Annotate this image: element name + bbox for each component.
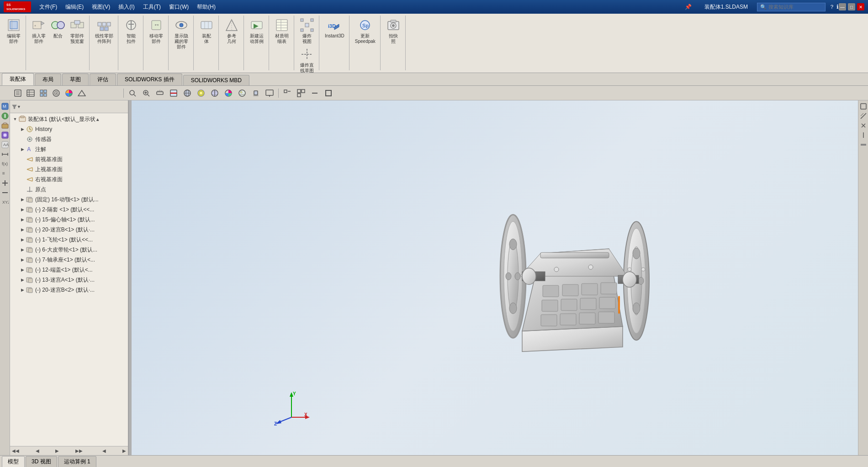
vt-min-btn[interactable] bbox=[309, 87, 321, 99]
tree-part9-expand[interactable]: ▶ bbox=[19, 277, 26, 283]
vt-scene-btn[interactable] bbox=[236, 87, 248, 99]
toolbar-btn-bom[interactable]: 材质明细表 bbox=[273, 16, 291, 46]
tab-sw-mbd[interactable]: SOLIDWORKS MBD bbox=[183, 75, 249, 85]
vt-appearance-btn[interactable] bbox=[222, 87, 234, 99]
tree-filter-btn[interactable]: ▼ bbox=[12, 102, 21, 111]
vt-orient-btn[interactable] bbox=[154, 87, 166, 99]
tree-view-btn-more[interactable] bbox=[76, 87, 88, 99]
tab-model[interactable]: 模型 bbox=[2, 456, 25, 467]
sidebar-icon-custom[interactable]: AA bbox=[1, 141, 9, 149]
tree-item-origin[interactable]: ▶ 原点 bbox=[10, 184, 128, 194]
tree-part5-expand[interactable]: ▶ bbox=[19, 236, 26, 243]
tree-part1-expand[interactable]: ▶ bbox=[19, 196, 26, 203]
tab-assembly[interactable]: 装配体 bbox=[2, 73, 34, 85]
feature-tree-content[interactable]: ▼ 装配体1 (默认<默认_显示状 ▲ ▶ History ▶ bbox=[10, 113, 128, 446]
tree-item-part6[interactable]: ▶ (-) 6-大皮带轮<1> (默认... bbox=[10, 245, 128, 255]
toolbar-btn-smart-fastener[interactable]: 智能扣件 bbox=[122, 16, 140, 46]
vt-section-btn[interactable] bbox=[168, 87, 180, 99]
tree-item-part9[interactable]: ▶ (-) 13-迷宫A<1> (默认·... bbox=[10, 275, 128, 285]
menu-window[interactable]: 窗口(W) bbox=[165, 2, 192, 12]
close-button[interactable]: ✕ bbox=[857, 3, 864, 10]
sidebar-icon-minus[interactable] bbox=[1, 189, 9, 197]
menu-insert[interactable]: 插入(I) bbox=[115, 2, 138, 12]
maximize-button[interactable]: □ bbox=[848, 3, 855, 10]
tree-nav-scroll-h2[interactable]: ▶ bbox=[122, 448, 126, 453]
tree-history-expand[interactable]: ▶ bbox=[19, 126, 26, 132]
vt-expand-btn[interactable] bbox=[281, 87, 293, 99]
toolbar-btn-snapshot[interactable]: 拍快照 bbox=[384, 16, 402, 46]
tree-part2-expand[interactable]: ▶ bbox=[19, 206, 26, 213]
sidebar-icon-manager[interactable]: M bbox=[1, 102, 9, 110]
sidebar-icon-properties[interactable] bbox=[1, 112, 9, 120]
vt-max-btn[interactable] bbox=[323, 87, 334, 99]
tab-evaluate[interactable]: 评估 bbox=[90, 73, 116, 85]
tab-motion-study[interactable]: 运动算例 1 bbox=[58, 456, 96, 467]
search-box[interactable]: 🔍 bbox=[757, 3, 826, 11]
tree-item-top-plane[interactable]: ▶ 上视基准面 bbox=[10, 164, 128, 174]
tree-root-item[interactable]: ▼ 装配体1 (默认<默认_显示状 ▲ bbox=[10, 114, 128, 124]
minimize-button[interactable]: — bbox=[839, 3, 846, 10]
tree-root-expand[interactable]: ▼ bbox=[12, 116, 18, 122]
tree-view-btn-color[interactable] bbox=[63, 87, 75, 99]
menu-view[interactable]: 视图(V) bbox=[88, 2, 114, 12]
viewport-3d[interactable]: Y Z X bbox=[132, 100, 858, 455]
tree-item-part4[interactable]: ▶ (-) 20-迷宫B<1> (默认·... bbox=[10, 225, 128, 235]
tree-item-annotation[interactable]: ▶ A 注解 bbox=[10, 144, 128, 154]
menu-file[interactable]: 文件(F) bbox=[36, 2, 61, 12]
tree-item-part2[interactable]: ▶ (-) 2-隔套 <1> (默认<<... bbox=[10, 205, 128, 215]
tree-nav-prev[interactable]: ◀ bbox=[36, 448, 39, 453]
tree-nav-next[interactable]: ▶ bbox=[55, 448, 59, 453]
right-tool-5[interactable] bbox=[859, 141, 868, 149]
sidebar-icon-commands[interactable]: ≡ bbox=[1, 169, 9, 178]
tree-part3-expand[interactable]: ▶ bbox=[19, 216, 26, 223]
tree-view-btn-target[interactable] bbox=[50, 87, 62, 99]
vt-lights-btn[interactable] bbox=[195, 87, 207, 99]
tree-item-part10[interactable]: ▶ (-) 20-迷宫B<2> (默认·... bbox=[10, 285, 128, 295]
right-tool-3[interactable] bbox=[859, 121, 868, 130]
vt-shadow-btn[interactable] bbox=[250, 87, 262, 99]
sidebar-icon-analysis[interactable]: XYZ bbox=[1, 198, 9, 206]
toolbar-btn-instant3d[interactable]: i3D Instant3D bbox=[323, 16, 346, 40]
help-icon[interactable]: ？ bbox=[829, 3, 835, 11]
tree-item-part5[interactable]: ▶ (-) 1-飞轮<1> (默认<<... bbox=[10, 235, 128, 245]
toolbar-btn-subassembly[interactable]: 零部件预览窗 bbox=[68, 16, 86, 46]
tree-item-part7[interactable]: ▶ (-) 7-轴承座<1> (默认<... bbox=[10, 255, 128, 265]
tree-nav-last[interactable]: ▶▶ bbox=[75, 448, 83, 453]
tab-sw-addins[interactable]: SOLIDWORKS 插件 bbox=[117, 73, 182, 85]
tree-nav-scroll-h[interactable]: ◀ bbox=[102, 448, 106, 453]
tree-nav-first[interactable]: ◀◀ bbox=[12, 448, 19, 453]
vt-display-btn[interactable] bbox=[181, 87, 193, 99]
vt-tile-btn[interactable] bbox=[295, 87, 307, 99]
tree-part4-expand[interactable]: ▶ bbox=[19, 226, 26, 233]
menu-help[interactable]: 帮助(H) bbox=[193, 2, 219, 12]
toolbar-btn-move[interactable]: ↔ 移动零部件 bbox=[147, 16, 165, 46]
sidebar-icon-appearance[interactable] bbox=[1, 131, 9, 139]
sidebar-icon-toolbox[interactable] bbox=[1, 121, 9, 130]
toolbar-btn-motion[interactable]: ▶ 新建运动算例 bbox=[248, 16, 266, 46]
right-tool-4[interactable] bbox=[859, 131, 868, 139]
toolbar-btn-show-hide[interactable]: 显示隐藏的零部件 bbox=[172, 16, 191, 51]
vt-monitor-btn[interactable] bbox=[264, 87, 275, 99]
vt-search-btn[interactable] bbox=[127, 87, 138, 99]
toolbar-btn-explode-line[interactable]: 爆炸直线草图 bbox=[298, 46, 316, 73]
toolbar-btn-insert-part[interactable]: + 插入零部件 bbox=[30, 16, 48, 46]
toolbar-btn-speedpak[interactable]: Sp 更新Speedpak bbox=[353, 16, 377, 46]
tree-item-front-plane[interactable]: ▶ 前视基准面 bbox=[10, 154, 128, 164]
right-tool-2[interactable] bbox=[859, 112, 868, 120]
vt-section2-btn[interactable] bbox=[209, 87, 221, 99]
search-input[interactable] bbox=[768, 4, 814, 10]
right-tool-1[interactable] bbox=[859, 102, 868, 110]
tab-layout[interactable]: 布局 bbox=[35, 73, 61, 85]
tree-part8-expand[interactable]: ▶ bbox=[19, 267, 26, 273]
sidebar-icon-equations[interactable]: f(x) bbox=[1, 160, 9, 168]
tree-item-right-plane[interactable]: ▶ 右视基准面 bbox=[10, 174, 128, 184]
tree-annotation-expand[interactable]: ▶ bbox=[19, 146, 26, 152]
sidebar-icon-plus[interactable] bbox=[1, 179, 9, 187]
tree-item-part1[interactable]: ▶ (固定) 16-动颚<1> (默认... bbox=[10, 194, 128, 205]
pin-icon[interactable]: 📌 bbox=[685, 4, 692, 10]
toolbar-btn-ref-geom[interactable]: 参考几何 bbox=[222, 16, 241, 46]
tree-part7-expand[interactable]: ▶ bbox=[19, 257, 26, 263]
tree-item-part3[interactable]: ▶ (-) 15-偏心轴<1> (默认... bbox=[10, 215, 128, 225]
tree-view-btn-list[interactable] bbox=[25, 87, 37, 99]
tree-item-history[interactable]: ▶ History bbox=[10, 124, 128, 134]
